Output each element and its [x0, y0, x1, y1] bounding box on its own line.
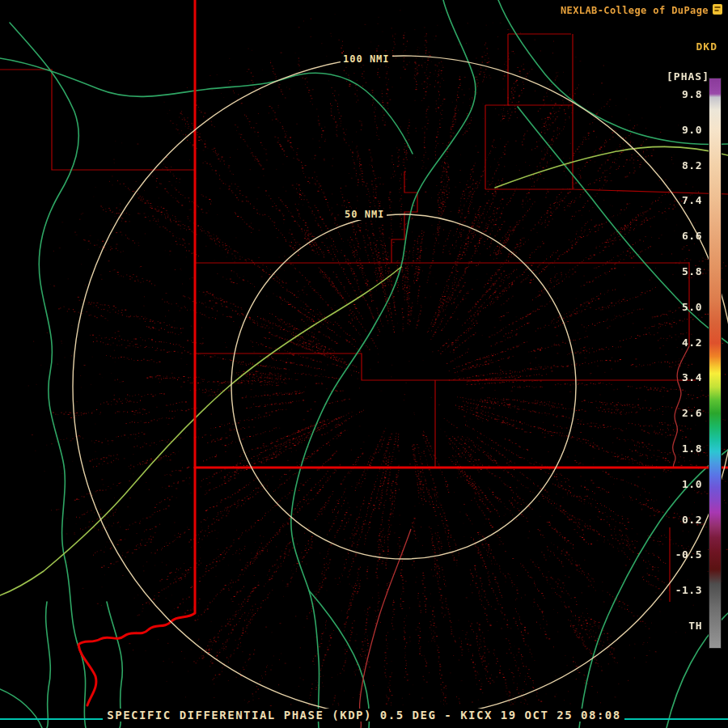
- state-borders: [78, 0, 728, 705]
- product-id-label: DKD: [696, 40, 717, 53]
- highway: [579, 450, 728, 728]
- county-border-segment: [195, 353, 696, 380]
- range-ring-label-50nmi: 50 NMI: [342, 209, 387, 220]
- colorbar-tick-label: 5.0: [682, 301, 702, 313]
- colorbar-tick-label: 2.6: [682, 407, 702, 419]
- range-ring-50nmi: [231, 214, 576, 559]
- highway: [0, 689, 42, 728]
- radar-display: NEXLAB-College of DuPage DKD [PHAS] 9.89…: [0, 0, 728, 728]
- colorbar-tick-label: 8.2: [682, 159, 702, 171]
- highways-green: [0, 0, 728, 728]
- colorbar-tick-label: 6.6: [682, 230, 702, 242]
- highway-i15: [291, 0, 476, 728]
- range-ring-100nmi: [73, 56, 728, 717]
- colorbar-tick-label: -0.5: [675, 548, 702, 561]
- page-title: NEXLAB-College of DuPage: [561, 5, 709, 16]
- range-rings: [73, 56, 728, 717]
- colorbar-tick-label: TH: [688, 620, 702, 632]
- highway: [0, 58, 413, 154]
- colorbar-tick-label: 7.4: [682, 194, 702, 206]
- colorbar-tick-label: 4.2: [682, 336, 702, 349]
- county-border-segment: [0, 70, 195, 170]
- colorbar-tick-label: 5.8: [682, 265, 702, 277]
- highway: [46, 602, 51, 728]
- highway: [10, 23, 86, 728]
- colorbar-tick-label: 1.0: [682, 478, 702, 490]
- colorbar-tick-label: -1.3: [675, 584, 702, 596]
- map-overlay: [0, 0, 728, 728]
- colorbar-tick-label: 0.2: [682, 514, 702, 526]
- rivers: [360, 346, 689, 728]
- range-ring-label-100nmi: 100 NMI: [341, 53, 392, 65]
- colorbar-tick-label: 3.4: [682, 371, 702, 383]
- county-borders: [0, 34, 728, 602]
- cod-logo-icon: [712, 3, 723, 15]
- colorbar: [709, 78, 722, 649]
- colorbar-tick-label: 9.0: [682, 124, 702, 136]
- colorbar-tick-label: 1.8: [682, 442, 702, 455]
- highway: [0, 267, 401, 595]
- units-label: [PHAS]: [667, 70, 709, 83]
- state-border-nv-az-river: [78, 468, 195, 705]
- product-caption: SPECIFIC DIFFERENTIAL PHASE (KDP) 0.5 DE…: [103, 709, 624, 722]
- colorbar-tick-label: 9.8: [682, 88, 702, 100]
